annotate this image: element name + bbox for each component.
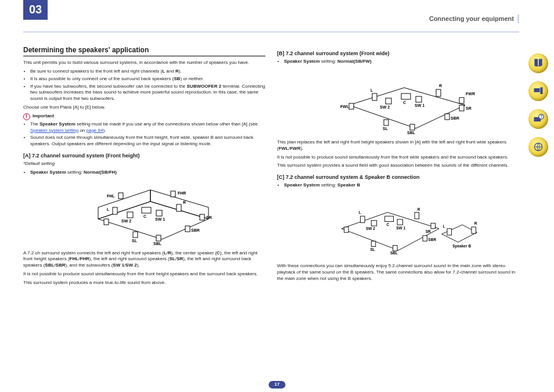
page-number: 17 [269,381,286,389]
svg-rect-33 [436,89,441,96]
svg-rect-27 [349,103,354,109]
svg-text:SBL: SBL [153,242,162,246]
svg-text:?: ? [540,114,542,118]
section-title: Connecting your equipment [429,15,519,23]
svg-text:C: C [143,214,146,218]
svg-rect-3 [118,193,123,199]
svg-text:SL: SL [383,127,388,131]
svg-rect-70 [447,229,451,235]
important-bullets: The Speaker System setting must be made … [23,121,265,148]
svg-text:C: C [403,100,406,105]
choose-plan: Choose one from Plans [A] to [E] below. [23,105,265,111]
svg-text:SBR: SBR [451,116,459,120]
svg-text:SL: SL [132,239,138,243]
diagram-b: FWL FWR L R C SW 2 SW 1 SR SL SBL SBR [277,67,519,137]
svg-rect-13 [127,212,133,218]
svg-rect-5 [171,191,175,197]
svg-text:R: R [183,200,186,204]
right-column: [B] 7.2 channel surround system (Front w… [277,45,519,289]
book-icon[interactable] [528,53,548,73]
svg-rect-15 [156,210,162,216]
important-heading: Important [33,113,54,120]
help-icon[interactable]: ? [528,109,548,129]
svg-rect-7 [113,207,117,214]
plan-b-title: [B] 7.2 channel surround system (Front w… [277,50,519,57]
svg-rect-51 [360,216,364,222]
svg-rect-76 [540,87,542,94]
svg-text:SBL: SBL [407,131,416,135]
main-heading: Determining the speakers' application [23,45,265,56]
svg-rect-35 [401,93,411,99]
svg-text:FHL: FHL [107,194,115,198]
svg-rect-59 [397,220,402,225]
svg-text:SW 1: SW 1 [396,226,405,230]
svg-text:R: R [417,207,420,211]
svg-rect-31 [372,93,377,100]
svg-text:SW 2: SW 2 [366,227,375,231]
svg-text:SW 2: SW 2 [380,105,390,109]
svg-text:SR: SR [466,106,472,110]
default-setting-note: *Default setting [23,161,265,167]
svg-text:C: C [386,222,389,226]
svg-text:SBR: SBR [191,228,200,232]
svg-rect-66 [393,246,397,251]
svg-text:Speaker B: Speaker B [452,244,471,249]
svg-rect-61 [344,227,348,232]
svg-rect-43 [384,120,388,125]
plan-a-desc-3: This surround system produces a more tru… [23,280,265,286]
svg-rect-75 [534,88,540,92]
svg-text:SBR: SBR [428,238,436,242]
diagram-a: FHL FHR L R C SW 2 SW 1 SR SL SBL SBR [23,178,265,248]
svg-text:SW 2: SW 2 [121,219,131,223]
svg-text:R: R [439,84,442,88]
svg-text:SW 1: SW 1 [155,217,165,221]
plan-c-title: [C] 7.2 channel surround system & Speake… [277,174,519,181]
svg-text:SW 1: SW 1 [415,103,425,107]
svg-rect-64 [371,241,375,246]
svg-rect-17 [104,219,109,225]
network-icon[interactable] [528,137,548,157]
svg-rect-57 [371,221,376,226]
svg-text:L: L [370,88,373,92]
svg-rect-41 [459,105,464,111]
svg-rect-24 [185,226,190,232]
svg-text:SR: SR [425,229,430,233]
diagram-c: L R C SW 2 SW 1 SR SL SBL SBR L R Speake… [277,191,519,261]
svg-rect-22 [156,235,161,241]
svg-rect-55 [384,216,393,221]
svg-text:L: L [358,211,361,215]
plan-c-desc: With these connections you can simultane… [277,263,519,282]
chapter-number: 03 [23,0,48,20]
svg-text:SBL: SBL [390,251,398,256]
svg-rect-53 [415,213,419,219]
link-speaker-system[interactable]: Speaker system setting [30,128,78,133]
plan-b-desc-1: This plan replaces the left and right fr… [277,139,519,152]
setup-icon[interactable] [528,81,548,101]
plan-a-desc-2: It is not possible to produce sound simu… [23,271,265,278]
svg-text:FHR: FHR [178,191,186,195]
plan-b-desc-3: This surround system provides a sound fi… [277,163,519,169]
svg-text:SL: SL [370,247,375,251]
svg-marker-1 [98,190,150,219]
svg-rect-62 [431,223,435,228]
svg-rect-39 [416,96,422,102]
svg-text:FWL: FWL [340,105,350,109]
svg-rect-18 [200,214,204,220]
svg-rect-20 [133,232,138,238]
svg-rect-45 [410,124,415,130]
svg-text:R: R [474,221,477,225]
svg-text:L: L [107,207,110,211]
svg-rect-9 [177,204,181,211]
link-page-84[interactable]: page 84 [87,128,103,133]
svg-rect-37 [386,98,391,104]
plan-a-desc-1: A 7.2 ch surround system connects the le… [23,250,265,269]
svg-text:L: L [443,224,445,228]
plan-a-title: [A] 7.2 channel surround system (Front h… [23,152,265,159]
side-nav: ? [528,53,548,157]
svg-rect-29 [459,98,464,103]
intro-text: This unit permits you to build various s… [23,60,265,66]
svg-rect-68 [423,236,427,241]
plan-b-desc-2: It is not possible to produce sound simu… [277,154,519,161]
svg-rect-72 [472,227,476,233]
svg-rect-11 [142,207,151,213]
